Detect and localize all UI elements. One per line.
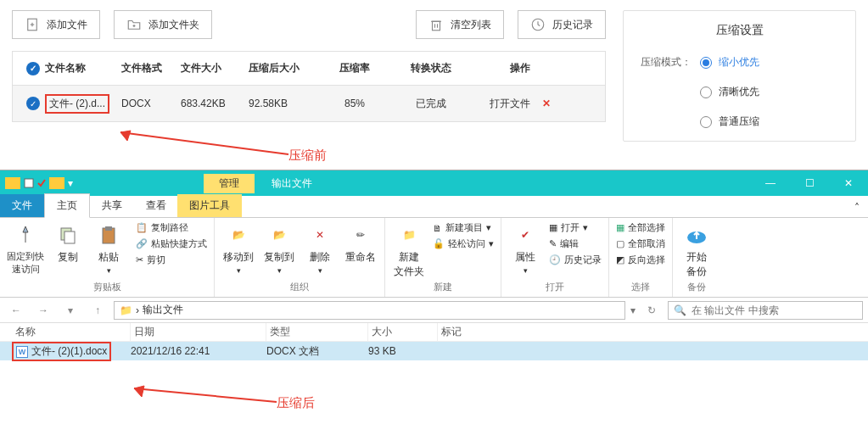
address-bar: ← → ▾ ↑ 📁 › 输出文件 ▾ ↻ 🔍	[0, 298, 868, 323]
selectall-button[interactable]: ▦全部选择	[616, 221, 665, 234]
table-row[interactable]: ✓ 文件- (2).d... DOCX 683.42KB 92.58KB 85%…	[12, 85, 606, 122]
rename-icon: ✏	[347, 221, 374, 248]
pin-button[interactable]: 固定到快 速访问	[7, 221, 44, 279]
cell-size: 683.42KB	[181, 98, 249, 109]
invert-button[interactable]: ◩反向选择	[616, 254, 665, 266]
svg-marker-19	[134, 386, 144, 397]
open-button[interactable]: ▦打开 ▾	[549, 221, 602, 234]
scissors-icon: ✂	[136, 254, 143, 265]
rename-button[interactable]: ✏重命名	[344, 221, 378, 279]
add-folder-button[interactable]: 添加文件夹	[114, 10, 212, 39]
history-icon: 🕘	[549, 254, 561, 265]
delete-row-icon[interactable]: ✕	[542, 98, 551, 109]
check-all[interactable]: ✓	[26, 62, 40, 75]
tab-file[interactable]: 文件	[0, 194, 44, 217]
copy-button[interactable]: 复制	[51, 221, 85, 279]
refresh-icon[interactable]: ↻	[641, 301, 663, 320]
file-name-highlight: 文件- (2).d...	[45, 94, 109, 114]
radio-clear-first[interactable]: 清晰优先	[700, 85, 759, 99]
nav-fwd[interactable]: →	[32, 301, 54, 320]
close-button[interactable]: ✕	[829, 170, 868, 196]
dropdown-icon[interactable]	[24, 178, 34, 188]
col-type[interactable]: 类型	[266, 323, 368, 341]
path-box[interactable]: 📁 › 输出文件	[114, 301, 625, 320]
mode-label: 压缩模式：	[641, 55, 692, 70]
history2-button[interactable]: 🕘历史记录	[549, 254, 602, 266]
group-backup: 备份	[680, 279, 714, 295]
tab-home[interactable]: 主页	[44, 193, 90, 218]
nav-up[interactable]: ↑	[87, 301, 109, 320]
open-icon: ▦	[549, 222, 557, 233]
paste-button[interactable]: 粘贴 ▾	[92, 221, 126, 279]
search-input[interactable]	[692, 304, 857, 316]
th-status: 转换状态	[384, 61, 478, 75]
folder-icon	[49, 177, 64, 189]
ribbon: 固定到快 速访问 复制 粘贴 ▾ 📋复制路径 🔗粘贴快捷方式 ✂剪切 剪贴板	[0, 218, 868, 298]
radio-normal[interactable]: 普通压缩	[700, 114, 759, 129]
group-new: 新建	[392, 279, 494, 295]
tab-view[interactable]: 查看	[134, 194, 178, 217]
file-explorer-window: ▾ 管理 输出文件 ― ☐ ✕ 文件 主页 共享 查看 图片工具 ˄ 固定到快 …	[0, 170, 868, 360]
easyaccess-icon: 🔓	[433, 238, 445, 249]
table-header: ✓ 文件名称 文件格式 文件大小 压缩后大小 压缩率 转换状态 操作	[12, 51, 606, 85]
nav-back[interactable]: ←	[5, 301, 27, 320]
file-row[interactable]: W文件- (2)(1).docx 2021/12/16 22:41 DOCX 文…	[0, 342, 868, 360]
minimize-button[interactable]: ―	[751, 170, 790, 196]
copy-path-button[interactable]: 📋复制路径	[136, 221, 207, 234]
file-date: 2021/12/16 22:41	[131, 345, 266, 357]
svg-rect-14	[64, 232, 75, 243]
annotation-after: 压缩后	[277, 395, 315, 411]
add-file-button[interactable]: 添加文件	[12, 10, 100, 39]
edit-button[interactable]: ✎编辑	[549, 237, 602, 250]
cell-csize: 92.58KB	[249, 98, 325, 109]
tab-picture-tools[interactable]: 图片工具	[177, 194, 242, 217]
folder-icon: 📁	[120, 304, 132, 316]
selectnone-button[interactable]: ▢全部取消	[616, 237, 665, 250]
radio-small-label: 缩小优先	[719, 55, 759, 70]
file-size: 93 KB	[368, 345, 438, 357]
col-date[interactable]: 日期	[131, 323, 266, 341]
open-file-link[interactable]: 打开文件	[490, 98, 530, 109]
history-label: 历史记录	[552, 18, 593, 32]
svg-rect-16	[105, 226, 112, 231]
col-tag[interactable]: 标记	[438, 323, 506, 341]
clock-icon	[530, 17, 546, 32]
th-op: 操作	[478, 61, 563, 75]
radio-clear-label: 清晰优先	[719, 85, 759, 99]
radio-small-first[interactable]: 缩小优先	[700, 55, 759, 70]
settings-panel: 压缩设置 压缩模式： 缩小优先 清晰优先 普通压缩	[623, 10, 856, 142]
ribbon-collapse-icon[interactable]: ˄	[846, 198, 868, 217]
paste-shortcut-button[interactable]: 🔗粘贴快捷方式	[136, 237, 207, 250]
backup-button[interactable]: 开始 备份	[680, 221, 714, 279]
th-rate: 压缩率	[325, 61, 384, 75]
history-button[interactable]: 历史记录	[518, 10, 606, 39]
copy-icon	[54, 221, 81, 248]
check-icon	[37, 178, 46, 188]
cell-name: 文件- (2).d...	[49, 98, 105, 109]
col-name[interactable]: 名称	[12, 323, 131, 341]
manage-tab[interactable]: 管理	[204, 174, 255, 193]
nav-recent[interactable]: ▾	[59, 301, 81, 320]
newfolder-icon: 📁	[395, 221, 423, 248]
newfolder-button[interactable]: 📁新建 文件夹	[392, 221, 426, 279]
clear-list-button[interactable]: 清空列表	[416, 10, 504, 39]
svg-line-18	[134, 388, 277, 402]
cell-rate: 85%	[325, 98, 384, 109]
delete-button[interactable]: ✕删除▾	[303, 221, 337, 279]
cloud-upload-icon	[683, 221, 710, 248]
newitem-button[interactable]: 🗎新建项目 ▾	[433, 221, 494, 234]
tab-share[interactable]: 共享	[90, 194, 134, 217]
search-icon: 🔍	[674, 304, 686, 316]
search-box[interactable]: 🔍	[668, 301, 863, 320]
easyaccess-button[interactable]: 🔓轻松访问 ▾	[433, 237, 494, 250]
explorer-titlebar[interactable]: ▾ 管理 输出文件 ― ☐ ✕	[0, 170, 868, 196]
svg-rect-5	[433, 21, 440, 31]
row-check[interactable]: ✓	[26, 97, 40, 110]
output-file-highlight: W文件- (2)(1).docx	[12, 342, 111, 361]
maximize-button[interactable]: ☐	[790, 170, 829, 196]
moveto-button[interactable]: 📂移动到▾	[221, 221, 255, 279]
col-size[interactable]: 大小	[368, 323, 438, 341]
properties-button[interactable]: ✔属性▾	[508, 221, 542, 279]
cut-button[interactable]: ✂剪切	[136, 254, 207, 266]
copyto-button[interactable]: 📂复制到▾	[262, 221, 296, 279]
